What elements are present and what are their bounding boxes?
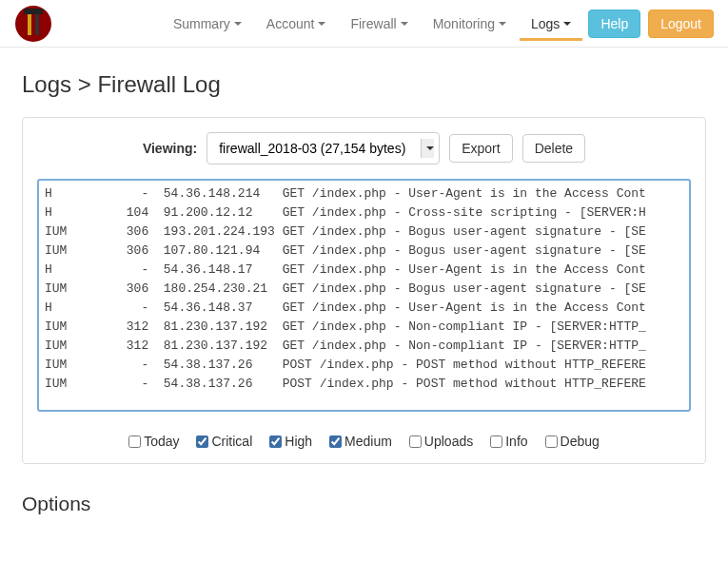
filter-uploads[interactable]: Uploads: [409, 434, 473, 449]
filter-label: Medium: [344, 434, 392, 449]
viewing-label: Viewing:: [143, 141, 197, 156]
file-select-wrap: firewall_2018-03 (27,154 bytes): [207, 132, 440, 164]
filter-checkbox[interactable]: [128, 435, 141, 448]
log-panel: Viewing: firewall_2018-03 (27,154 bytes)…: [22, 117, 706, 464]
filter-debug[interactable]: Debug: [545, 434, 600, 449]
filter-label: Uploads: [424, 434, 473, 449]
delete-button[interactable]: Delete: [522, 134, 585, 163]
file-select[interactable]: firewall_2018-03 (27,154 bytes): [207, 132, 440, 164]
filter-checkbox[interactable]: [490, 435, 502, 448]
caret-icon: [499, 22, 506, 26]
filter-label: Info: [505, 434, 527, 449]
filter-label: High: [285, 434, 312, 449]
filter-high[interactable]: High: [269, 434, 312, 449]
app-logo: [14, 5, 52, 43]
log-output[interactable]: [37, 179, 691, 412]
nav-logs[interactable]: Logs: [520, 7, 582, 41]
filter-checkbox[interactable]: [329, 435, 342, 448]
filter-checkbox[interactable]: [269, 435, 282, 448]
navbar: Summary Account Firewall Monitoring Logs…: [0, 0, 728, 48]
filter-today[interactable]: Today: [128, 434, 179, 449]
caret-icon: [318, 22, 325, 26]
caret-icon: [234, 22, 242, 26]
nav-label: Monitoring: [433, 16, 495, 31]
svg-rect-3: [24, 9, 43, 14]
filter-label: Today: [144, 434, 179, 449]
filter-info[interactable]: Info: [490, 434, 527, 449]
help-button[interactable]: Help: [588, 10, 640, 38]
filter-critical[interactable]: Critical: [196, 434, 252, 449]
filter-checkbox[interactable]: [545, 435, 558, 448]
nav-label: Account: [266, 16, 315, 31]
nav-items: Summary Account Firewall Monitoring Logs…: [162, 7, 714, 41]
filter-checkbox[interactable]: [409, 435, 422, 448]
filter-checkbox[interactable]: [196, 435, 208, 448]
logout-button[interactable]: Logout: [648, 10, 714, 38]
caret-icon: [563, 22, 571, 26]
caret-icon: [401, 22, 408, 26]
filter-medium[interactable]: Medium: [329, 434, 392, 449]
viewing-row: Viewing: firewall_2018-03 (27,154 bytes)…: [37, 132, 691, 164]
nav-monitoring[interactable]: Monitoring: [422, 7, 518, 41]
nav-firewall[interactable]: Firewall: [339, 7, 419, 41]
filter-label: Debug: [561, 434, 600, 449]
nav-account[interactable]: Account: [255, 7, 338, 41]
nav-label: Logs: [531, 16, 560, 31]
options-heading: Options: [22, 493, 706, 515]
nav-label: Firewall: [350, 16, 396, 31]
nav-label: Summary: [173, 16, 230, 31]
main-container: Logs > Firewall Log Viewing: firewall_20…: [0, 48, 728, 530]
page-title: Logs > Firewall Log: [22, 71, 706, 98]
nav-summary[interactable]: Summary: [162, 7, 253, 41]
filter-label: Critical: [211, 434, 252, 449]
filter-row: TodayCriticalHighMediumUploadsInfoDebug: [37, 434, 691, 449]
export-button[interactable]: Export: [449, 134, 512, 163]
